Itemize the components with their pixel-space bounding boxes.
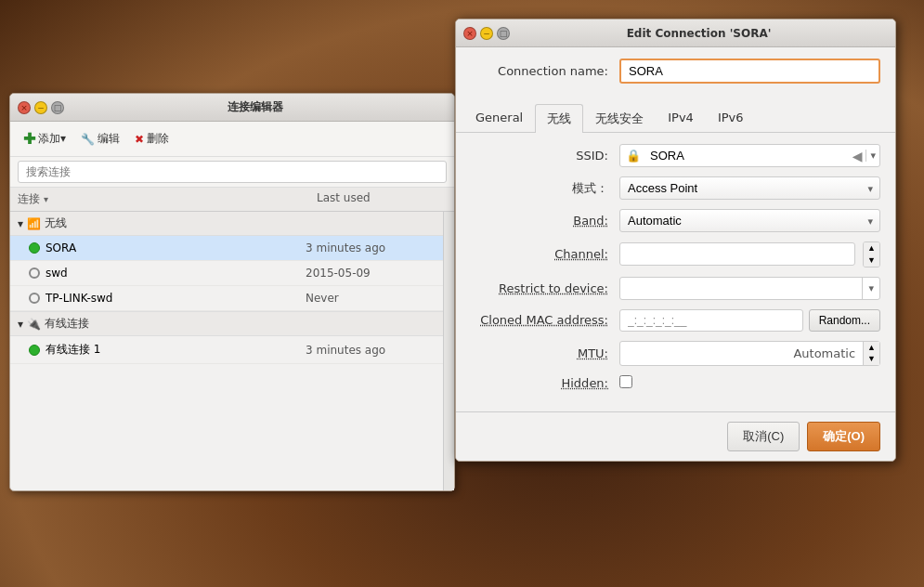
connection-name: swd bbox=[46, 267, 306, 280]
ssid-label: SSID: bbox=[471, 149, 619, 163]
dialog-maximize-button[interactable]: □ bbox=[497, 27, 510, 40]
channel-control: ▲ ▼ bbox=[619, 241, 880, 267]
collapse-arrow-icon: ▾ bbox=[18, 217, 23, 230]
channel-label: Channel: bbox=[471, 247, 619, 261]
sort-arrow-icon: ▾ bbox=[44, 194, 48, 204]
minimize-button[interactable]: − bbox=[34, 101, 47, 114]
tab-ipv4[interactable]: IPv4 bbox=[656, 104, 706, 133]
ssid-row: SSID: 🔒 ◀ ▾ bbox=[471, 144, 880, 167]
delete-button[interactable]: ✖ 删除 bbox=[129, 128, 175, 150]
connection-editor-window: × − □ 连接编辑器 ✚ 添加▾ 🔧 编辑 ✖ 删除 连接 ▾ Last us… bbox=[9, 93, 455, 491]
edit-connection-title: Edit Connection 'SORA' bbox=[510, 27, 888, 40]
wireless-section-label: 无线 bbox=[45, 215, 67, 231]
collapse-arrow-icon: ▾ bbox=[18, 318, 23, 331]
close-button[interactable]: × bbox=[18, 101, 31, 114]
mode-control: Access Point Infrastructure Ad-hoc bbox=[619, 176, 880, 200]
titlebar-buttons: × − □ bbox=[18, 101, 64, 114]
tab-wireless-security[interactable]: 无线安全 bbox=[583, 104, 656, 133]
channel-row: Channel: ▲ ▼ bbox=[471, 241, 880, 267]
edit-connection-dialog: × − □ Edit Connection 'SORA' Connection … bbox=[455, 19, 896, 462]
ok-button[interactable]: 确定(O) bbox=[807, 422, 880, 451]
mtu-label: MTU: bbox=[471, 346, 619, 360]
hidden-control bbox=[619, 375, 880, 391]
erase-icon[interactable]: ◀ bbox=[849, 149, 866, 163]
mode-select[interactable]: Access Point Infrastructure Ad-hoc bbox=[619, 176, 880, 200]
connection-name-section: Connection name: bbox=[456, 47, 895, 104]
search-input[interactable] bbox=[18, 161, 447, 183]
ssid-input[interactable] bbox=[646, 145, 849, 166]
edit-button[interactable]: 🔧 编辑 bbox=[75, 128, 125, 150]
cloned-mac-input[interactable] bbox=[619, 309, 803, 332]
list-item[interactable]: 有线连接 1 3 minutes ago bbox=[10, 336, 443, 364]
cloned-mac-row: Cloned MAC address: Random... bbox=[471, 309, 880, 332]
restrict-dropdown-icon[interactable]: ▾ bbox=[862, 278, 879, 299]
mode-label: 模式： bbox=[471, 180, 619, 197]
mtu-row: MTU: Automatic ▲ ▼ bbox=[471, 341, 880, 367]
restrict-device-row: Restrict to device: ▾ bbox=[471, 277, 880, 300]
ssid-control: 🔒 ◀ ▾ bbox=[619, 144, 880, 167]
add-label: 添加▾ bbox=[38, 131, 66, 147]
cancel-button[interactable]: 取消(C) bbox=[727, 422, 800, 451]
dialog-close-button[interactable]: × bbox=[463, 27, 476, 40]
lock-icon: 🔒 bbox=[620, 149, 646, 163]
add-button[interactable]: ✚ 添加▾ bbox=[18, 127, 72, 150]
last-used-value: 3 minutes ago bbox=[306, 344, 436, 357]
channel-down-button[interactable]: ▼ bbox=[864, 254, 879, 267]
connection-column-header: 连接 ▾ bbox=[18, 191, 317, 207]
dialog-footer: 取消(C) 确定(O) bbox=[456, 411, 895, 461]
connection-name-label: Connection name: bbox=[471, 64, 619, 78]
tab-general[interactable]: General bbox=[463, 104, 535, 133]
connection-name: TP-LINK-swd bbox=[46, 292, 306, 305]
edit-label: 编辑 bbox=[98, 131, 120, 147]
last-used-value: Never bbox=[306, 292, 436, 305]
list-item[interactable]: SORA 3 minutes ago bbox=[10, 236, 443, 261]
wireless-section-header: ▾ 📶 无线 bbox=[10, 212, 443, 236]
list-item[interactable]: TP-LINK-swd Never bbox=[10, 286, 443, 311]
edit-connection-titlebar: × − □ Edit Connection 'SORA' bbox=[456, 20, 895, 47]
list-header: 连接 ▾ Last used bbox=[10, 188, 454, 212]
delete-icon: ✖ bbox=[135, 133, 144, 146]
hidden-checkbox[interactable] bbox=[619, 375, 632, 388]
hidden-label: Hidden: bbox=[471, 376, 619, 390]
band-select[interactable]: Automatic A (5 GHz) B/G (2.4 GHz) bbox=[619, 209, 880, 232]
ssid-dropdown-icon[interactable]: ▾ bbox=[865, 150, 879, 162]
restrict-device-input[interactable] bbox=[620, 278, 862, 299]
tab-content: SSID: 🔒 ◀ ▾ 模式： Access Point Infrastruct… bbox=[456, 133, 895, 411]
list-item[interactable]: swd 2015-05-09 bbox=[10, 261, 443, 286]
toolbar: ✚ 添加▾ 🔧 编辑 ✖ 删除 bbox=[10, 122, 454, 157]
wired-icon: 🔌 bbox=[27, 318, 41, 331]
connection-indicator bbox=[29, 267, 40, 279]
connection-editor-titlebar: × − □ 连接编辑器 bbox=[10, 94, 454, 122]
channel-input[interactable] bbox=[619, 242, 855, 266]
list-scrollbar[interactable] bbox=[443, 212, 454, 490]
tab-wireless[interactable]: 无线 bbox=[535, 104, 583, 133]
mtu-down-button[interactable]: ▼ bbox=[864, 353, 879, 365]
tab-ipv6[interactable]: IPv6 bbox=[706, 104, 756, 133]
last-used-value: 2015-05-09 bbox=[306, 267, 436, 280]
channel-spinner: ▲ ▼ bbox=[863, 241, 880, 267]
connection-name: 有线连接 1 bbox=[46, 342, 306, 358]
list-scroll: ▾ 📶 无线 SORA 3 minutes ago swd 2015-05-09… bbox=[10, 212, 443, 490]
band-control: Automatic A (5 GHz) B/G (2.4 GHz) bbox=[619, 209, 880, 232]
mtu-spinner: ▲ ▼ bbox=[863, 342, 879, 366]
tabs-bar: General 无线 无线安全 IPv4 IPv6 bbox=[456, 104, 895, 133]
mtu-up-button[interactable]: ▲ bbox=[864, 342, 879, 354]
band-row: Band: Automatic A (5 GHz) B/G (2.4 GHz) bbox=[471, 209, 880, 232]
connection-name-input[interactable] bbox=[619, 59, 880, 84]
restrict-device-label: Restrict to device: bbox=[471, 281, 619, 295]
random-button[interactable]: Random... bbox=[809, 309, 880, 332]
connection-name-control bbox=[619, 59, 880, 84]
cloned-mac-control: Random... bbox=[619, 309, 880, 332]
connection-name-row: Connection name: bbox=[471, 59, 880, 84]
add-icon: ✚ bbox=[23, 130, 35, 148]
last-used-column-header: Last used bbox=[317, 191, 447, 207]
channel-up-button[interactable]: ▲ bbox=[864, 242, 879, 254]
connection-name: SORA bbox=[46, 241, 306, 254]
hidden-row: Hidden: bbox=[471, 375, 880, 391]
mode-row: 模式： Access Point Infrastructure Ad-hoc bbox=[471, 176, 880, 200]
search-box bbox=[10, 157, 454, 188]
cloned-mac-label: Cloned MAC address: bbox=[471, 313, 619, 327]
dialog-minimize-button[interactable]: − bbox=[480, 27, 493, 40]
maximize-button[interactable]: □ bbox=[51, 101, 64, 114]
connection-list: ▾ 📶 无线 SORA 3 minutes ago swd 2015-05-09… bbox=[10, 212, 454, 490]
